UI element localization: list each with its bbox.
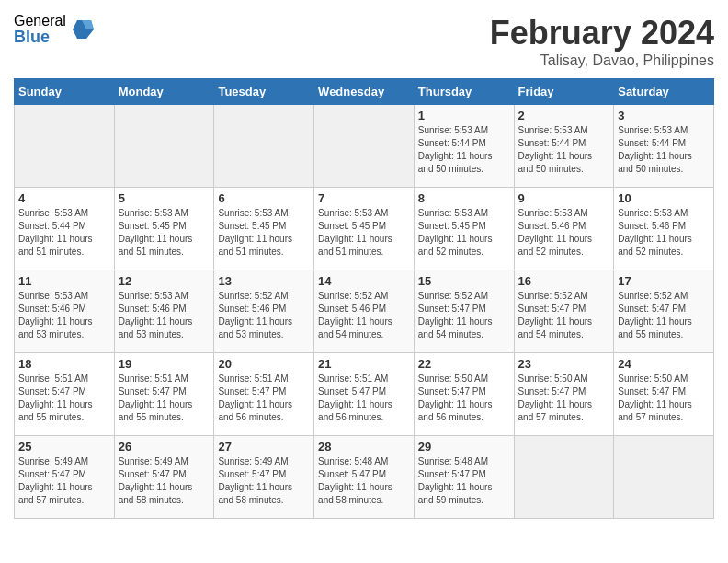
calendar-cell: 4Sunrise: 5:53 AMSunset: 5:44 PMDaylight…: [15, 188, 115, 270]
day-info: Sunrise: 5:53 AMSunset: 5:46 PMDaylight:…: [119, 290, 210, 341]
day-info: Sunrise: 5:51 AMSunset: 5:47 PMDaylight:…: [218, 373, 310, 424]
day-info: Sunrise: 5:48 AMSunset: 5:47 PMDaylight:…: [418, 455, 510, 507]
day-info: Sunrise: 5:52 AMSunset: 5:46 PMDaylight:…: [218, 290, 310, 341]
calendar-cell: 22Sunrise: 5:50 AMSunset: 5:47 PMDayligh…: [414, 353, 514, 436]
day-number: 10: [618, 191, 710, 205]
day-info: Sunrise: 5:52 AMSunset: 5:47 PMDaylight:…: [618, 290, 710, 341]
day-number: 23: [518, 357, 610, 371]
day-number: 17: [618, 274, 710, 288]
calendar-cell: 2Sunrise: 5:53 AMSunset: 5:44 PMDaylight…: [514, 105, 614, 188]
calendar-cell: 16Sunrise: 5:52 AMSunset: 5:47 PMDayligh…: [514, 270, 614, 353]
calendar-cell: 17Sunrise: 5:52 AMSunset: 5:47 PMDayligh…: [614, 270, 714, 353]
logo-icon: [68, 16, 96, 43]
day-number: 13: [218, 274, 310, 288]
calendar-cell: 13Sunrise: 5:52 AMSunset: 5:46 PMDayligh…: [214, 270, 314, 353]
day-info: Sunrise: 5:49 AMSunset: 5:47 PMDaylight:…: [119, 455, 210, 507]
title-section: February 2024 Talisay, Davao, Philippine…: [490, 14, 714, 69]
day-number: 22: [418, 357, 510, 371]
logo: General Blue: [14, 14, 96, 45]
day-info: Sunrise: 5:53 AMSunset: 5:44 PMDaylight:…: [18, 207, 110, 259]
calendar-week-3: 11Sunrise: 5:53 AMSunset: 5:46 PMDayligh…: [15, 270, 714, 353]
calendar-cell: 8Sunrise: 5:53 AMSunset: 5:45 PMDaylight…: [414, 188, 514, 270]
day-info: Sunrise: 5:53 AMSunset: 5:44 PMDaylight:…: [618, 124, 710, 176]
calendar-cell: [214, 105, 314, 188]
calendar-cell: 15Sunrise: 5:52 AMSunset: 5:47 PMDayligh…: [414, 270, 514, 353]
calendar-cell: 1Sunrise: 5:53 AMSunset: 5:44 PMDaylight…: [414, 105, 514, 188]
calendar-cell: 25Sunrise: 5:49 AMSunset: 5:47 PMDayligh…: [15, 436, 115, 519]
day-number: 26: [119, 440, 210, 454]
calendar-cell: 3Sunrise: 5:53 AMSunset: 5:44 PMDaylight…: [614, 105, 714, 188]
calendar-cell: 19Sunrise: 5:51 AMSunset: 5:47 PMDayligh…: [114, 353, 214, 436]
page-header: General Blue February 2024 Talisay, Dava…: [14, 14, 714, 69]
location: Talisay, Davao, Philippines: [490, 52, 714, 69]
logo-blue: Blue: [14, 29, 66, 45]
day-info: Sunrise: 5:50 AMSunset: 5:47 PMDaylight:…: [618, 373, 710, 424]
day-number: 2: [518, 109, 610, 122]
day-info: Sunrise: 5:51 AMSunset: 5:47 PMDaylight:…: [18, 373, 110, 424]
calendar-cell: 20Sunrise: 5:51 AMSunset: 5:47 PMDayligh…: [214, 353, 314, 436]
day-info: Sunrise: 5:53 AMSunset: 5:45 PMDaylight:…: [119, 207, 210, 259]
calendar-cell: 5Sunrise: 5:53 AMSunset: 5:45 PMDaylight…: [114, 188, 214, 270]
calendar-cell: 12Sunrise: 5:53 AMSunset: 5:46 PMDayligh…: [114, 270, 214, 353]
day-info: Sunrise: 5:50 AMSunset: 5:47 PMDaylight:…: [418, 373, 510, 424]
day-number: 14: [318, 274, 410, 288]
calendar-cell: 26Sunrise: 5:49 AMSunset: 5:47 PMDayligh…: [114, 436, 214, 519]
day-number: 16: [518, 274, 610, 288]
calendar-cell: 24Sunrise: 5:50 AMSunset: 5:47 PMDayligh…: [614, 353, 714, 436]
day-info: Sunrise: 5:49 AMSunset: 5:47 PMDaylight:…: [218, 455, 310, 507]
day-number: 29: [418, 440, 510, 454]
calendar-cell: [514, 436, 614, 519]
day-info: Sunrise: 5:51 AMSunset: 5:47 PMDaylight:…: [119, 373, 210, 424]
calendar-cell: 11Sunrise: 5:53 AMSunset: 5:46 PMDayligh…: [15, 270, 115, 353]
month-title: February 2024: [490, 14, 714, 52]
day-number: 7: [318, 191, 410, 205]
day-info: Sunrise: 5:53 AMSunset: 5:45 PMDaylight:…: [218, 207, 310, 259]
day-number: 8: [418, 191, 510, 205]
day-number: 24: [618, 357, 710, 371]
day-number: 18: [18, 357, 110, 371]
day-number: 19: [119, 357, 210, 371]
day-number: 4: [18, 191, 110, 205]
calendar-week-4: 18Sunrise: 5:51 AMSunset: 5:47 PMDayligh…: [15, 353, 714, 436]
day-number: 15: [418, 274, 510, 288]
header-day-sunday: Sunday: [15, 79, 115, 105]
calendar-header: SundayMondayTuesdayWednesdayThursdayFrid…: [15, 79, 714, 105]
logo-general: General: [14, 14, 66, 29]
day-info: Sunrise: 5:52 AMSunset: 5:47 PMDaylight:…: [418, 290, 510, 341]
day-info: Sunrise: 5:53 AMSunset: 5:44 PMDaylight:…: [518, 124, 610, 176]
calendar-cell: 10Sunrise: 5:53 AMSunset: 5:46 PMDayligh…: [614, 188, 714, 270]
calendar-cell: [114, 105, 214, 188]
day-info: Sunrise: 5:53 AMSunset: 5:44 PMDaylight:…: [418, 124, 510, 176]
header-day-monday: Monday: [114, 79, 214, 105]
day-number: 28: [318, 440, 410, 454]
day-info: Sunrise: 5:51 AMSunset: 5:47 PMDaylight:…: [318, 373, 410, 424]
calendar-cell: [614, 436, 714, 519]
day-info: Sunrise: 5:49 AMSunset: 5:47 PMDaylight:…: [18, 455, 110, 507]
calendar-cell: 28Sunrise: 5:48 AMSunset: 5:47 PMDayligh…: [314, 436, 415, 519]
day-number: 6: [218, 191, 310, 205]
header-day-thursday: Thursday: [414, 79, 514, 105]
day-number: 3: [618, 109, 710, 122]
day-info: Sunrise: 5:53 AMSunset: 5:46 PMDaylight:…: [18, 290, 110, 341]
day-info: Sunrise: 5:50 AMSunset: 5:47 PMDaylight:…: [518, 373, 610, 424]
day-info: Sunrise: 5:53 AMSunset: 5:45 PMDaylight:…: [318, 207, 410, 259]
calendar-body: 1Sunrise: 5:53 AMSunset: 5:44 PMDaylight…: [15, 105, 714, 519]
calendar-cell: [314, 105, 415, 188]
day-info: Sunrise: 5:48 AMSunset: 5:47 PMDaylight:…: [318, 455, 410, 507]
calendar-cell: 9Sunrise: 5:53 AMSunset: 5:46 PMDaylight…: [514, 188, 614, 270]
calendar-week-5: 25Sunrise: 5:49 AMSunset: 5:47 PMDayligh…: [15, 436, 714, 519]
calendar-cell: 23Sunrise: 5:50 AMSunset: 5:47 PMDayligh…: [514, 353, 614, 436]
calendar-week-2: 4Sunrise: 5:53 AMSunset: 5:44 PMDaylight…: [15, 188, 714, 270]
header-day-tuesday: Tuesday: [214, 79, 314, 105]
calendar-cell: 18Sunrise: 5:51 AMSunset: 5:47 PMDayligh…: [15, 353, 115, 436]
day-number: 25: [18, 440, 110, 454]
header-day-saturday: Saturday: [614, 79, 714, 105]
day-number: 5: [119, 191, 210, 205]
day-number: 12: [119, 274, 210, 288]
day-number: 27: [218, 440, 310, 454]
header-day-friday: Friday: [514, 79, 614, 105]
day-number: 21: [318, 357, 410, 371]
day-number: 1: [418, 109, 510, 122]
day-info: Sunrise: 5:53 AMSunset: 5:46 PMDaylight:…: [518, 207, 610, 259]
calendar-cell: 6Sunrise: 5:53 AMSunset: 5:45 PMDaylight…: [214, 188, 314, 270]
